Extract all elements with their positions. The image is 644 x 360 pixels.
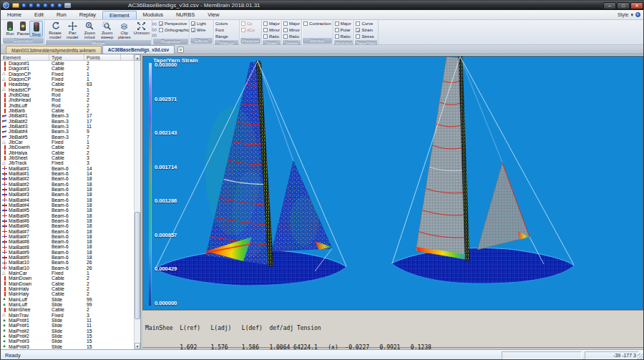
close-button[interactable]: ✕ — [630, 2, 643, 9]
scroll-down-icon[interactable]: ▼ — [135, 343, 140, 349]
quick-access-button[interactable] — [36, 3, 41, 8]
scroll-up-icon[interactable]: ▲ — [135, 54, 140, 61]
checkbox-major[interactable]: Major — [335, 21, 351, 26]
pan-model-button[interactable]: Pan model — [64, 21, 81, 39]
column-header-type[interactable]: Type — [49, 54, 84, 60]
axis-y-button[interactable]: (y) — [152, 26, 156, 32]
table-row[interactable]: JibBat#1Beam-317 — [1, 113, 134, 118]
table-row[interactable]: JibBat#5Beam-37 — [1, 135, 134, 140]
table-row[interactable]: MaiPnt#3Slide15 — [1, 344, 134, 349]
checkbox-major[interactable]: Major — [283, 21, 300, 26]
quick-access-button[interactable] — [21, 3, 26, 8]
column-header-element[interactable]: Element — [1, 54, 49, 60]
checkbox-light[interactable]: Light — [191, 21, 206, 26]
table-row[interactable]: MaiBat#3Beam-618 — [1, 187, 134, 192]
table-row[interactable]: MainHalyCable2 — [1, 291, 134, 296]
checkbox-ratio[interactable]: Ratio — [335, 34, 351, 39]
table-row[interactable]: MaiPnt#2Slide15 — [1, 334, 134, 339]
maximize-button[interactable]: □ — [617, 2, 630, 9]
table-row[interactable]: MaiBat#3Beam-618 — [1, 192, 134, 197]
table-row[interactable]: JibDownhCable2 — [1, 145, 134, 150]
table-row[interactable]: MaiBat10Beam-626 — [1, 260, 134, 265]
zoom-sweep-button[interactable]: Zoom sweep — [99, 21, 116, 39]
minimize-button[interactable]: ─ — [603, 2, 616, 9]
font-button[interactable]: Font — [215, 27, 224, 33]
axis-z-button[interactable]: (z) — [152, 32, 156, 38]
checkbox-ratio[interactable]: Ratio — [283, 34, 299, 39]
app-logo-icon[interactable] — [3, 2, 9, 9]
open-file-icon[interactable] — [12, 3, 19, 8]
checkbox-contraction[interactable]: Contraction — [303, 21, 331, 26]
checkbox-orthographic[interactable]: Orthographic — [159, 27, 190, 33]
menu-tab-modulus[interactable]: Modulus — [137, 11, 170, 19]
table-row[interactable]: MaiBat10Beam-626 — [1, 266, 134, 271]
quick-access-button[interactable] — [29, 3, 34, 8]
chevron-down-icon[interactable]: ▾ — [630, 12, 633, 18]
table-row[interactable]: MaiBat#8Beam-618 — [1, 244, 134, 249]
table-row[interactable]: HeadstCPFixed1 — [1, 87, 134, 92]
axis-x-button[interactable]: (x) — [152, 21, 156, 26]
doc-tab[interactable]: Main0013dimeddensitymedmfits.w4mem — [6, 46, 102, 54]
checkbox-minor[interactable]: Minor — [263, 27, 280, 33]
column-header-points[interactable]: Points — [84, 54, 121, 60]
axis-buttons[interactable]: (x) (y) (z) — [152, 21, 156, 38]
checkbox-dcp[interactable]: dCp — [241, 27, 255, 33]
table-row[interactable]: DiagonCPFixed1 — [1, 77, 134, 82]
table-row[interactable]: Diagon#1Cable2 — [1, 61, 134, 66]
menu-tab-run[interactable]: Run — [50, 11, 73, 19]
table-row[interactable]: MaiPnt#2Slide15 — [1, 329, 134, 334]
table-row[interactable]: MainLuffSlide99 — [1, 297, 134, 302]
table-row[interactable]: MaiPnt#1Slide11 — [1, 318, 134, 323]
checkbox-ratio[interactable]: Ratio — [263, 34, 279, 39]
zoom-inout-button[interactable]: Zoom in/out — [81, 21, 98, 39]
checkbox-polar[interactable]: Polar — [335, 27, 351, 33]
table-row[interactable]: MainHalyCable2 — [1, 286, 134, 291]
table-row[interactable]: MaiBat#8Beam-618 — [1, 239, 134, 244]
table-row[interactable]: JhdbHeadRod2 — [1, 97, 134, 102]
menu-tab-replay[interactable]: Replay — [73, 11, 102, 19]
stop-button[interactable]: Stop — [29, 21, 43, 37]
table-row[interactable]: Diagon#1Cable2 — [1, 66, 134, 71]
menu-tab-home[interactable]: Home — [1, 11, 28, 19]
doc-tab-close-button[interactable]: x — [177, 47, 184, 53]
menu-tab-edit[interactable]: Edit — [28, 11, 50, 19]
checkbox-strain[interactable]: Strain — [356, 27, 373, 33]
table-row[interactable]: MainLuffSlide99 — [1, 302, 134, 307]
table-row[interactable]: MaiBat#1Beam-614 — [1, 166, 134, 171]
table-row[interactable]: MaiPnt#1Slide11 — [1, 323, 134, 328]
table-row[interactable]: JibTrackFixed3 — [1, 160, 134, 165]
table-row[interactable]: MainSheeCable2 — [1, 307, 134, 312]
rotate-model-button[interactable]: Rotate model — [47, 21, 64, 39]
quick-access-button[interactable] — [57, 3, 62, 8]
doc-tab[interactable]: AC36BaseBendigs_v3d.csv — [102, 45, 175, 54]
unzoom-button[interactable]: Unzoom — [133, 21, 150, 35]
table-row[interactable]: MainDownCable2 — [1, 281, 134, 286]
checkbox-wire[interactable]: Wire — [191, 27, 205, 33]
style-menu[interactable]: Style — [618, 12, 629, 17]
scene-svg[interactable] — [143, 57, 643, 310]
resize-grip[interactable] — [638, 354, 644, 360]
table-row[interactable]: MaiBat#5Beam-618 — [1, 208, 134, 213]
scrollbar-thumb[interactable] — [135, 212, 140, 319]
table-row[interactable]: JibBat#3Beam-311 — [1, 124, 134, 129]
table-row[interactable]: MaiPnt#3Slide15 — [1, 339, 134, 344]
table-row[interactable]: JibCarFixed1 — [1, 140, 134, 145]
table-row[interactable]: MaiBat#4Beam-618 — [1, 203, 134, 208]
table-row[interactable]: JibSheetCable3 — [1, 155, 134, 160]
table-row[interactable]: MaiBat#1Beam-614 — [1, 171, 134, 176]
menu-tab-view[interactable]: View — [201, 11, 225, 19]
colors-button[interactable]: Colors — [215, 21, 228, 26]
table-row[interactable]: JibBat#2Beam-317 — [1, 119, 134, 124]
table-row[interactable]: MaiBat#4Beam-618 — [1, 198, 134, 203]
table-row[interactable]: MaiBat#2Beam-618 — [1, 176, 134, 181]
table-row[interactable]: JhdbLuffRod2 — [1, 103, 134, 108]
table-row[interactable]: MaiBat#7Beam-618 — [1, 229, 134, 234]
table-row[interactable]: MaiBat#7Beam-618 — [1, 234, 134, 239]
table-row[interactable]: MaiBat#5Beam-618 — [1, 213, 134, 218]
checkbox-minor[interactable]: Minor — [283, 27, 300, 33]
quick-access-button[interactable] — [50, 3, 55, 8]
table-row[interactable]: JibBat#4Beam-39 — [1, 129, 134, 134]
table-row[interactable]: MainCarFixed1 — [1, 271, 134, 276]
table-row[interactable]: DiagonCPFixed1 — [1, 72, 134, 77]
viewport-canvas[interactable]: Tape/Yarn Strain 0.0030000.0025710.00214… — [142, 56, 643, 310]
